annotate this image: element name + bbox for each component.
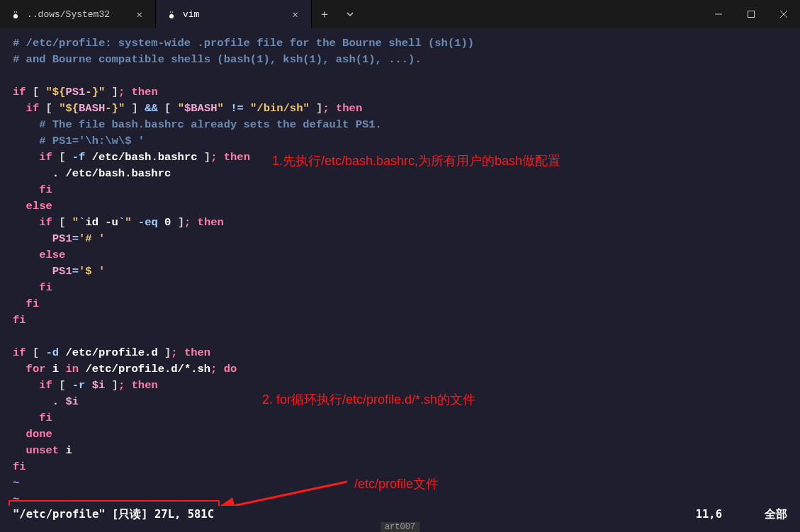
close-icon[interactable]: ✕ bbox=[134, 7, 145, 22]
code-line: # and Bourne compatible shells (bash(1),… bbox=[13, 52, 800, 68]
status-file-info: "/etc/profile" [只读] 27L, 581C bbox=[13, 507, 214, 522]
code-line: PS1='$ ' bbox=[13, 264, 800, 280]
code-line: if [ "${BASH-}" ] && [ "$BASH" != "/bin/… bbox=[13, 101, 800, 117]
svg-point-2 bbox=[13, 14, 18, 18]
close-icon[interactable]: ✕ bbox=[290, 7, 301, 22]
tab-label: ..dows/System32 bbox=[27, 9, 110, 20]
code-line: for i in /etc/profile.d/*.sh; do bbox=[13, 361, 800, 378]
annotation-2: 2. for循环执行/etc/profile.d/*.sh的文件 bbox=[262, 391, 475, 408]
code-line: # /etc/profile: system-wide .profile fil… bbox=[13, 35, 800, 52]
code-line: unset i bbox=[13, 443, 800, 459]
code-line: else bbox=[13, 198, 800, 215]
status-cursor-position: 11,6 bbox=[696, 508, 722, 521]
tab-system32[interactable]: ..dows/System32 ✕ bbox=[0, 0, 156, 28]
penguin-icon bbox=[10, 9, 21, 20]
code-line: if [ "`id -u`" -eq 0 ]; then bbox=[13, 215, 800, 231]
code-line: fi bbox=[13, 182, 800, 198]
svg-point-4 bbox=[16, 11, 17, 12]
tab-label: vim bbox=[183, 9, 199, 20]
close-button[interactable] bbox=[767, 0, 800, 28]
code-line: if [ "${PS1-}" ]; then bbox=[13, 84, 800, 101]
code-line: # PS1='\h:\w\$ ' bbox=[13, 133, 800, 149]
penguin-icon bbox=[166, 9, 177, 20]
vim-editor-area[interactable]: # /etc/profile: system-wide .profile fil… bbox=[0, 28, 800, 508]
code-line: fi bbox=[13, 459, 800, 475]
code-line: PS1='# ' bbox=[13, 231, 800, 247]
code-line: fi bbox=[13, 410, 800, 426]
code-line: done bbox=[13, 426, 800, 443]
new-tab-button[interactable]: ＋ bbox=[312, 0, 337, 28]
svg-point-3 bbox=[14, 11, 15, 12]
svg-rect-13 bbox=[748, 11, 755, 18]
annotation-3: /etc/profile文件 bbox=[354, 475, 439, 492]
annotation-1: 1.先执行/etc/bash.bashrc,为所有用户的bash做配置 bbox=[272, 152, 560, 169]
code-line bbox=[13, 68, 800, 84]
watermark-fragment: art007 bbox=[381, 522, 419, 532]
maximize-button[interactable] bbox=[735, 0, 767, 28]
window-controls bbox=[702, 0, 800, 28]
vim-statusbar: "/etc/profile" [只读] 27L, 581C 11,6 全部 bbox=[0, 506, 800, 523]
code-line: # The file bash.bashrc already sets the … bbox=[13, 117, 800, 133]
minimize-button[interactable] bbox=[702, 0, 735, 28]
code-line: if [ -d /etc/profile.d ]; then bbox=[13, 345, 800, 361]
tab-dropdown-button[interactable] bbox=[337, 0, 363, 28]
titlebar: ..dows/System32 ✕ vim ✕ ＋ bbox=[0, 0, 800, 28]
code-line: fi bbox=[13, 296, 800, 312]
tabs-container: ..dows/System32 ✕ vim ✕ ＋ bbox=[0, 0, 702, 28]
tab-vim[interactable]: vim ✕ bbox=[156, 0, 312, 28]
svg-point-9 bbox=[170, 11, 171, 12]
code-line: fi bbox=[13, 312, 800, 329]
code-line: fi bbox=[13, 280, 800, 296]
svg-point-8 bbox=[169, 14, 174, 18]
code-line bbox=[13, 329, 800, 345]
svg-point-10 bbox=[172, 11, 173, 12]
code-line: else bbox=[13, 247, 800, 264]
status-scroll-percent: 全部 bbox=[765, 507, 787, 522]
